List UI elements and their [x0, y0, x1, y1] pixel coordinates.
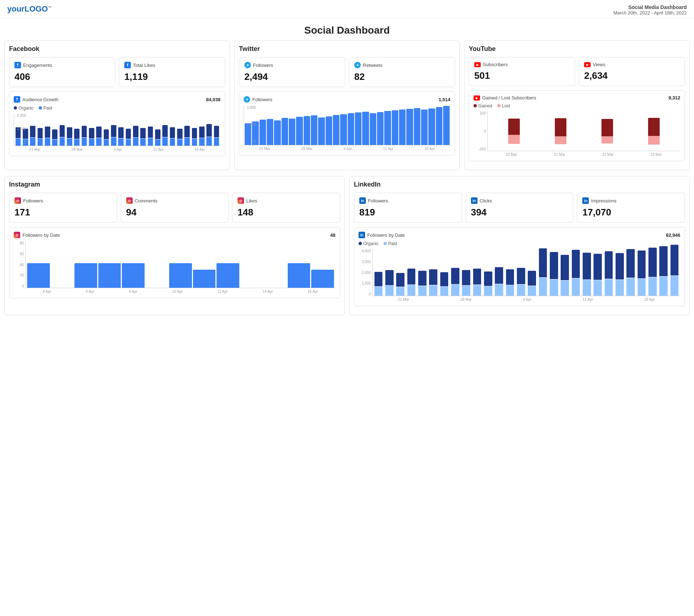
facebook-legend-paid: Paid — [39, 106, 52, 111]
logo-brand: LOGO — [25, 4, 48, 13]
twitter-chart-card: ✦ Followers 1,514 2,0001,0000 — [239, 91, 455, 155]
linkedin-clicks-card: in Clicks 394 — [466, 193, 574, 223]
facebook-engagements-value: 406 — [14, 71, 110, 82]
linkedin-metrics: in Followers 819 in Clicks 394 in Impres — [354, 193, 685, 223]
youtube-chart-card: ▶ Gained / Lost Subscribers 9,312 Gained… — [469, 90, 685, 161]
youtube-bar-group-1 — [507, 119, 520, 144]
facebook-chart: 5,0002,5000 21 Mar28 Mar4 Apr11 Apr18 Ap… — [14, 114, 220, 151]
twitter-icon-2: ✦ — [354, 62, 361, 68]
linkedin-followers-card: in Followers 819 — [354, 193, 462, 223]
instagram-comments-value: 94 — [126, 207, 223, 218]
youtube-subscribers-value: 501 — [474, 70, 570, 81]
twitter-icon: ✦ — [244, 62, 251, 68]
instagram-title: Instagram — [9, 181, 340, 188]
linkedin-legend-organic: Organic — [359, 241, 378, 246]
twitter-followers-label: ✦ Followers — [244, 62, 340, 68]
instagram-bars — [25, 241, 335, 288]
youtube-section: YouTube ▶ Subscribers 501 ▶ Views 2,634 — [464, 40, 690, 170]
youtube-legend-lost: Lost — [497, 103, 510, 108]
header-right: Social Media Dashboard March 20th, 2022 … — [613, 4, 687, 16]
youtube-chart-header: ▶ Gained / Lost Subscribers 9,312 — [474, 95, 680, 100]
instagram-chart-header: ⊙ Followers by Date 48 — [14, 232, 335, 238]
instagram-comments-label: ⊙ Comments — [126, 197, 223, 204]
dashboard-title: Social Media Dashboard — [613, 4, 687, 10]
instagram-followers-value: 171 — [14, 207, 112, 218]
instagram-icon-3: ⊙ — [237, 197, 244, 204]
linkedin-chart: 4,0003,0002,0001,0000 21 Mar28 Mar4 Apr1… — [359, 249, 680, 301]
youtube-chart-icon: ▶ — [474, 95, 480, 100]
facebook-icon: f — [14, 62, 21, 68]
linkedin-impressions-value: 17,070 — [582, 207, 680, 218]
facebook-section: Facebook f Engagements 406 f Total Likes… — [4, 40, 230, 170]
facebook-chart-header: f Audience Growth 84,038 — [14, 96, 220, 103]
linkedin-impressions-card: in Impressions 17,070 — [577, 193, 685, 223]
facebook-chart-total: 84,038 — [206, 97, 220, 102]
youtube-icon: ▶ — [474, 62, 481, 67]
linkedin-chart-title: in Followers by Date — [359, 232, 405, 238]
youtube-bar-group-4 — [647, 118, 660, 145]
twitter-retweets-value: 82 — [354, 71, 450, 82]
youtube-views-value: 2,634 — [584, 70, 680, 81]
linkedin-legend-paid: Paid — [384, 241, 397, 246]
twitter-section: Twitter ✦ Followers 2,494 ✦ Retweets 82 — [234, 40, 460, 170]
facebook-engagements-card: f Engagements 406 — [9, 57, 115, 87]
youtube-views-label: ▶ Views — [584, 62, 680, 67]
youtube-bar-group-3 — [601, 119, 614, 144]
facebook-chart-card: f Audience Growth 84,038 Organic Paid 5,… — [9, 91, 225, 156]
linkedin-x-labels: 21 Mar28 Mar4 Apr11 Apr18 Apr — [372, 298, 680, 301]
instagram-icon: ⊙ — [14, 197, 21, 204]
instagram-chart-card: ⊙ Followers by Date 48 806040200 — [9, 227, 340, 298]
twitter-metrics: ✦ Followers 2,494 ✦ Retweets 82 — [239, 57, 455, 87]
linkedin-followers-value: 819 — [359, 207, 457, 218]
youtube-subscribers-card: ▶ Subscribers 501 — [469, 57, 575, 86]
instagram-likes-label: ⊙ Likes — [237, 197, 335, 204]
page-title: Social Dashboard — [0, 19, 694, 40]
linkedin-icon-3: in — [582, 197, 589, 204]
youtube-legend: Gained Lost — [474, 103, 680, 108]
instagram-followers-card: ⊙ Followers 171 — [9, 193, 117, 223]
logo-text-your: your — [7, 4, 25, 13]
main-content: Facebook f Engagements 406 f Total Likes… — [0, 40, 694, 328]
linkedin-section: LinkedIn in Followers 819 in Clicks 394 — [349, 176, 690, 315]
linkedin-followers-label: in Followers — [359, 197, 457, 204]
facebook-bars — [14, 114, 220, 146]
linkedin-chart-card: in Followers by Date 82,946 Organic Paid… — [354, 227, 685, 306]
twitter-chart-title: ✦ Followers — [244, 96, 273, 103]
youtube-bars — [487, 111, 680, 151]
logo-tm: ™ — [48, 5, 51, 9]
youtube-subscribers-label: ▶ Subscribers — [474, 62, 570, 67]
twitter-y-labels: 2,0001,0000 — [244, 106, 257, 144]
facebook-likes-card: f Total Likes 1,119 — [119, 57, 225, 87]
facebook-metrics: f Engagements 406 f Total Likes 1,119 — [9, 57, 225, 87]
linkedin-legend: Organic Paid — [359, 241, 680, 246]
youtube-chart-total: 9,312 — [668, 95, 680, 100]
youtube-x-labels: 20 Mar21 Mar22 Mar23 Mar — [487, 153, 680, 157]
linkedin-chart-icon: in — [359, 232, 365, 238]
facebook-y-labels: 5,0002,5000 — [14, 114, 27, 144]
youtube-chart: 2000-200 — [474, 111, 680, 157]
instagram-chart-icon: ⊙ — [14, 232, 20, 238]
twitter-title: Twitter — [239, 45, 455, 53]
twitter-chart-header: ✦ Followers 1,514 — [244, 96, 450, 103]
facebook-likes-value: 1,119 — [124, 71, 220, 82]
instagram-section: Instagram ⊙ Followers 171 ⊙ Comments 94 — [4, 176, 345, 315]
instagram-chart: 806040200 4 Apr6 Apr8 Apr10 Apr12 Apr14 … — [14, 241, 335, 294]
header: yourLOGO™ Social Media Dashboard March 2… — [0, 0, 694, 19]
youtube-chart-title: ▶ Gained / Lost Subscribers — [474, 95, 536, 100]
top-section: Facebook f Engagements 406 f Total Likes… — [4, 40, 690, 170]
linkedin-clicks-label: in Clicks — [471, 197, 568, 204]
youtube-legend-gained: Gained — [474, 103, 492, 108]
instagram-comments-card: ⊙ Comments 94 — [121, 193, 229, 223]
youtube-title: YouTube — [469, 45, 685, 53]
linkedin-impressions-label: in Impressions — [582, 197, 680, 204]
linkedin-clicks-value: 394 — [471, 207, 568, 218]
twitter-bars — [244, 106, 450, 145]
youtube-icon-2: ▶ — [584, 62, 591, 67]
instagram-metrics: ⊙ Followers 171 ⊙ Comments 94 ⊙ Likes — [9, 193, 340, 223]
linkedin-chart-header: in Followers by Date 82,946 — [359, 232, 680, 238]
logo: yourLOGO™ — [7, 4, 51, 14]
instagram-likes-card: ⊙ Likes 148 — [232, 193, 340, 223]
facebook-icon-2: f — [124, 62, 131, 68]
facebook-x-labels: 21 Mar28 Mar4 Apr11 Apr18 Apr — [14, 147, 220, 151]
instagram-x-labels: 4 Apr6 Apr8 Apr10 Apr12 Apr14 Apr16 Apr — [25, 290, 335, 294]
